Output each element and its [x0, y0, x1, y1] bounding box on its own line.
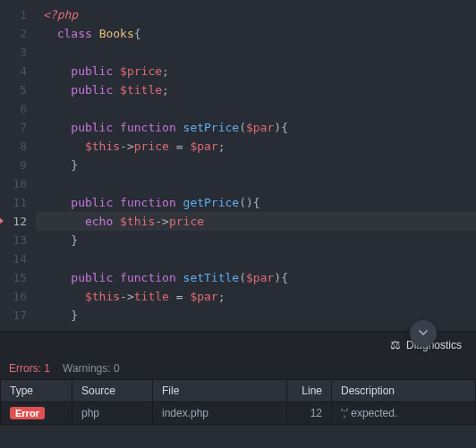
code-line[interactable]: public function setTitle($par){ [36, 268, 476, 287]
code-line[interactable]: public function setPrice($par){ [36, 118, 476, 137]
panel-toggle-button[interactable] [410, 320, 437, 347]
cell-description: ';' expected. [332, 402, 476, 425]
code-line[interactable] [36, 43, 476, 62]
code-line[interactable]: public $price; [36, 62, 476, 80]
line-number: 3 [0, 43, 36, 62]
line-number: 7 [0, 118, 36, 137]
line-number: 4 [0, 62, 36, 80]
line-number: 17 [0, 306, 36, 325]
line-number: 9 [0, 156, 36, 174]
code-area[interactable]: <?php class Books{ public $price; public… [36, 0, 476, 331]
code-line[interactable]: $this->price = $par; [36, 137, 476, 156]
cell-file: index.php [153, 402, 287, 425]
cell-source: php [72, 402, 153, 425]
line-number-gutter: 1234567891011121314151617 [0, 0, 36, 331]
table-header-row: Type Source File Line Description [1, 380, 476, 402]
col-line[interactable]: Line [287, 380, 332, 402]
line-number: 5 [0, 80, 36, 99]
line-number: 16 [0, 287, 36, 306]
code-line[interactable]: <?php [36, 5, 476, 24]
diagnostics-summary: Errors: 1 Warnings: 0 [0, 358, 476, 379]
cell-type: Error [1, 402, 72, 425]
code-line[interactable]: } [36, 156, 476, 174]
line-number: 2 [0, 24, 36, 43]
errors-count: Errors: 1 [9, 362, 50, 375]
table-row[interactable]: Errorphpindex.php12';' expected. [1, 402, 476, 425]
line-number: 12 [0, 212, 36, 231]
code-line[interactable]: echo $this->price [36, 212, 476, 231]
diagnostics-table: Type Source File Line Description Errorp… [0, 379, 476, 425]
line-number: 13 [0, 231, 36, 249]
code-line[interactable]: public function getPrice(){ [36, 193, 476, 212]
col-file[interactable]: File [153, 380, 287, 402]
col-type[interactable]: Type [1, 380, 72, 402]
line-number: 15 [0, 268, 36, 287]
col-description[interactable]: Description [332, 380, 476, 402]
code-editor[interactable]: 1234567891011121314151617 <?php class Bo… [0, 0, 476, 331]
code-line[interactable]: public $title; [36, 80, 476, 99]
line-number: 1 [0, 5, 36, 24]
code-line[interactable]: } [36, 306, 476, 325]
code-line[interactable] [36, 249, 476, 268]
error-badge: Error [10, 407, 45, 419]
scales-icon: ⚖ [390, 338, 401, 351]
col-source[interactable]: Source [72, 380, 153, 402]
diagnostics-header[interactable]: ⚖ Diagnostics [0, 331, 476, 358]
warnings-count: Warnings: 0 [63, 362, 120, 375]
line-number: 8 [0, 137, 36, 156]
cell-line: 12 [287, 402, 332, 425]
line-number: 14 [0, 249, 36, 268]
line-number: 11 [0, 193, 36, 212]
code-line[interactable]: $this->title = $par; [36, 287, 476, 306]
code-line[interactable] [36, 99, 476, 118]
line-number: 6 [0, 99, 36, 118]
line-number: 10 [0, 174, 36, 193]
code-line[interactable] [36, 174, 476, 193]
error-marker-icon [0, 216, 4, 225]
code-line[interactable]: class Books{ [36, 24, 476, 43]
chevron-down-icon [418, 327, 429, 341]
code-line[interactable]: } [36, 231, 476, 249]
